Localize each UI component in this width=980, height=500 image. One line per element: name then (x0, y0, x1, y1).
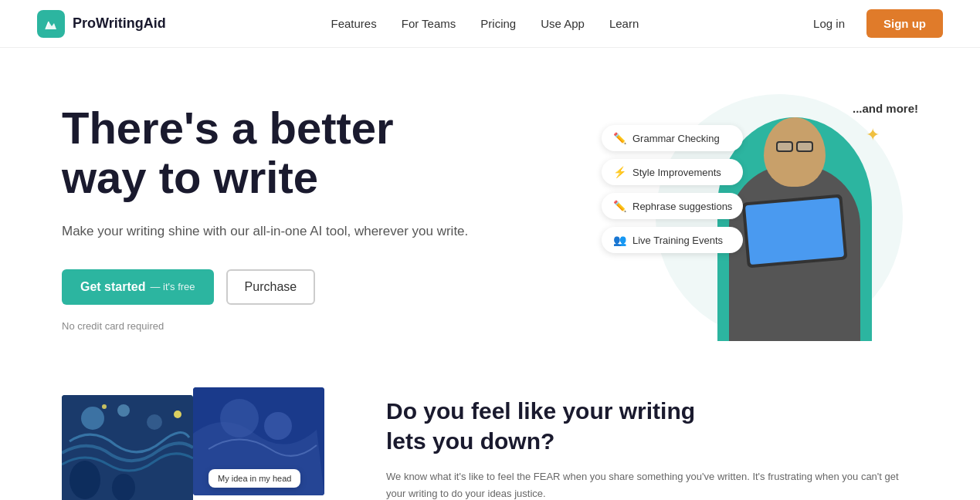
svg-point-6 (174, 410, 181, 418)
nav-for-teams[interactable]: For Teams (402, 17, 456, 30)
grammar-icon: ✏️ (612, 131, 626, 145)
style-icon: ⚡ (612, 165, 626, 179)
nav-features[interactable]: Features (331, 17, 377, 30)
rephrase-icon: ✏️ (612, 199, 626, 213)
svg-point-1 (81, 407, 104, 430)
pill-grammar: ✏️ Grammar Checking (602, 125, 743, 151)
section2-title: Do you feel like your writing lets you d… (386, 396, 918, 456)
feature-pills: ✏️ Grammar Checking ⚡ Style Improvements… (602, 125, 743, 253)
hero-subtitle: Make your writing shine with our all-in-… (62, 221, 468, 242)
nav-actions: Log in Sign up (804, 9, 943, 38)
svg-point-7 (102, 404, 107, 409)
login-button[interactable]: Log in (804, 11, 854, 36)
nav-use-app[interactable]: Use App (541, 17, 585, 30)
svg-point-3 (147, 414, 162, 430)
signup-button[interactable]: Sign up (866, 9, 943, 38)
hero-buttons: Get started — it's free Purchase (62, 269, 468, 305)
hero-section: There's a better way to write Make your … (0, 48, 980, 372)
section2-image: My idea in my head (62, 387, 324, 500)
svg-point-10 (264, 412, 292, 440)
logo-link[interactable]: ProWritingAid (37, 10, 166, 38)
navbar: ProWritingAid Features For Teams Pricing… (0, 0, 980, 48)
nav-learn[interactable]: Learn (609, 17, 639, 30)
section2-text: Do you feel like your writing lets you d… (386, 396, 918, 500)
logo-icon (37, 10, 65, 38)
purchase-button[interactable]: Purchase (226, 269, 316, 305)
hero-content: There's a better way to write Make your … (62, 103, 468, 332)
nav-pricing[interactable]: Pricing (480, 17, 516, 30)
pill-rephrase: ✏️ Rephrase suggestions (602, 193, 743, 219)
section2: My idea in my head Do you feel like your… (0, 372, 980, 500)
hero-image-area: ✦ ✏️ Grammar Checking ⚡ Style Improvemen… (609, 94, 918, 341)
painting-card-1 (62, 395, 193, 500)
logo-text: ProWritingAid (73, 15, 166, 32)
hero-title: There's a better way to write (62, 103, 468, 202)
painting-card-2: My idea in my head (193, 387, 324, 495)
tooltip-bubble: My idea in my head (209, 469, 300, 488)
free-tag: — it's free (150, 281, 195, 292)
section2-body: We know what it's like to feel the FEAR … (386, 468, 918, 500)
get-started-button[interactable]: Get started — it's free (62, 269, 214, 305)
pill-training: 👥 Live Training Events (602, 227, 743, 253)
svg-point-4 (70, 461, 100, 499)
svg-point-2 (117, 404, 130, 417)
pill-style: ⚡ Style Improvements (602, 159, 743, 185)
and-more-label: ...and more! (853, 102, 918, 115)
sparkle-decoration: ✦ (866, 125, 880, 145)
training-icon: 👥 (612, 233, 626, 247)
no-credit-text: No credit card required (62, 320, 468, 332)
nav-links: Features For Teams Pricing Use App Learn (331, 17, 639, 30)
svg-point-9 (220, 399, 259, 438)
